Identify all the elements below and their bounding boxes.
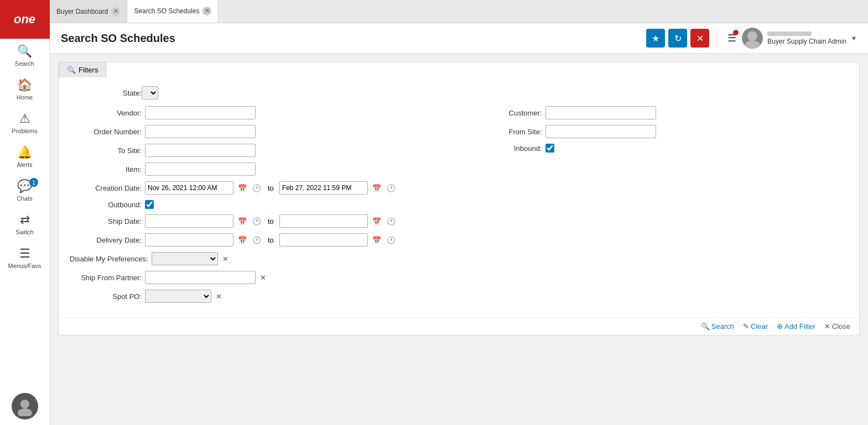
creation-date-to-time-icon[interactable]: 🕐 [386, 184, 397, 192]
add-filter-link[interactable]: ⊕ Add Filter [777, 322, 815, 330]
delivery-date-from-input[interactable] [145, 233, 233, 246]
disable-prefs-clear-button[interactable]: ✕ [221, 255, 230, 263]
add-filter-icon: ⊕ [777, 322, 783, 330]
filters-tab[interactable]: 🔍 Filters [59, 62, 106, 77]
order-number-input[interactable] [145, 125, 256, 138]
sidebar-item-switch[interactable]: ⇄ Switch [0, 207, 49, 241]
home-icon: 🏠 [17, 78, 32, 92]
sidebar-label-menus: Menus/Favs [8, 263, 41, 269]
creation-date-to-label: to [268, 184, 274, 192]
delivery-date-to-calendar-icon[interactable]: 📅 [371, 236, 382, 244]
tab-buyer-dashboard-label: Buyer Dashboard [56, 8, 108, 15]
ship-date-from-input[interactable] [145, 214, 233, 228]
to-site-input[interactable] [145, 144, 256, 157]
to-site-row: To Site: [70, 144, 448, 157]
sidebar-item-alerts[interactable]: 🔔 Alerts [0, 140, 49, 174]
header-actions: ★ ↻ ✕ ☰ Buyer Supply Chain Admin ▼ [646, 28, 857, 49]
svg-point-2 [747, 31, 757, 41]
delivery-date-row: Delivery Date: 📅 🕐 to 📅 🕐 [70, 233, 448, 246]
vendor-input[interactable] [145, 106, 256, 119]
ship-from-partner-input[interactable] [145, 271, 256, 284]
ship-date-row: Ship Date: 📅 🕐 to 📅 🕐 [70, 214, 448, 228]
svg-point-3 [745, 40, 760, 49]
ship-date-to-label: to [268, 217, 274, 225]
item-input[interactable] [145, 162, 256, 176]
sidebar-item-home[interactable]: 🏠 Home [0, 72, 49, 106]
tab-search-so-schedules[interactable]: Search SO Schedules ✕ [127, 0, 219, 23]
tab-search-so-schedules-label: Search SO Schedules [134, 7, 199, 15]
disable-prefs-select[interactable] [152, 252, 218, 265]
tab-buyer-dashboard-close[interactable]: ✕ [111, 7, 120, 16]
sidebar-item-problems[interactable]: ⚠ Problems [0, 106, 49, 140]
close-tab-button[interactable]: ✕ [690, 29, 709, 48]
creation-date-to-input[interactable] [279, 181, 368, 195]
left-column: Vendor: Order Number: To Site: I [70, 106, 448, 308]
spot-po-select[interactable] [145, 290, 211, 303]
menu-icon: ☰ [19, 246, 30, 261]
clear-link[interactable]: ✎ Clear [743, 322, 768, 330]
item-label: Item: [70, 165, 142, 174]
sidebar-item-search[interactable]: 🔍 Search [0, 39, 49, 72]
two-col-layout: Vendor: Order Number: To Site: I [70, 106, 848, 308]
outbound-label: Outbound: [70, 201, 142, 209]
from-site-label: From Site: [470, 128, 542, 136]
filters-footer: 🔍 Search ✎ Clear ⊕ Add Filter ✕ Close [59, 317, 859, 335]
search-icon: 🔍 [17, 44, 32, 59]
outbound-row: Outbound: [70, 200, 448, 209]
favorite-button[interactable]: ★ [646, 29, 665, 48]
sidebar-label-search: Search [15, 60, 34, 67]
delivery-date-to-input[interactable] [279, 233, 368, 246]
warning-icon: ⚠ [19, 112, 30, 126]
delivery-date-from-calendar-icon[interactable]: 📅 [237, 236, 248, 244]
state-select[interactable] [142, 86, 158, 99]
hamburger-menu-button[interactable]: ☰ [725, 30, 739, 46]
ship-date-to-input[interactable] [279, 214, 368, 228]
inbound-label: Inbound: [470, 144, 542, 153]
tab-bar: Buyer Dashboard ✕ Search SO Schedules ✕ [50, 0, 868, 23]
sidebar-label-switch: Switch [15, 229, 33, 235]
ship-date-to-calendar-icon[interactable]: 📅 [371, 217, 382, 225]
username-blurred [767, 32, 812, 36]
sidebar-user-avatar[interactable] [12, 393, 38, 419]
bell-icon: 🔔 [17, 145, 32, 160]
ship-from-partner-clear-button[interactable]: ✕ [259, 274, 267, 282]
creation-date-from-calendar-icon[interactable]: 📅 [237, 184, 248, 192]
customer-input[interactable] [545, 106, 656, 119]
order-number-label: Order Number: [70, 128, 142, 136]
delivery-date-to-time-icon[interactable]: 🕐 [386, 236, 397, 244]
disable-prefs-label: Disable My Preferences: [70, 255, 148, 263]
sidebar: one 🔍 Search 🏠 Home ⚠ Problems 🔔 Alerts … [0, 0, 50, 425]
user-dropdown-arrow[interactable]: ▼ [851, 35, 857, 41]
ship-date-to-time-icon[interactable]: 🕐 [386, 217, 397, 225]
from-site-input[interactable] [545, 125, 656, 138]
delivery-date-from-time-icon[interactable]: 🕐 [251, 236, 262, 244]
creation-date-from-input[interactable] [145, 181, 233, 195]
ship-date-from-calendar-icon[interactable]: 📅 [237, 217, 248, 225]
add-filter-label: Add Filter [784, 322, 815, 330]
creation-date-from-time-icon[interactable]: 🕐 [251, 184, 262, 192]
tab-buyer-dashboard[interactable]: Buyer Dashboard ✕ [50, 0, 127, 23]
ship-date-from-time-icon[interactable]: 🕐 [251, 217, 262, 225]
vendor-label: Vendor: [70, 109, 142, 117]
sidebar-item-menus[interactable]: ☰ Menus/Favs [0, 241, 49, 275]
creation-date-to-calendar-icon[interactable]: 📅 [371, 184, 382, 192]
user-section[interactable]: Buyer Supply Chain Admin ▼ [742, 28, 857, 49]
ship-from-partner-row: Ship From Partner: ✕ [70, 271, 448, 284]
ship-from-partner-label: Ship From Partner: [70, 274, 142, 282]
close-link-icon: ✕ [824, 322, 830, 330]
search-link[interactable]: 🔍 Search [701, 322, 734, 330]
refresh-button[interactable]: ↻ [668, 29, 687, 48]
vendor-row: Vendor: [70, 106, 448, 119]
spot-po-clear-button[interactable]: ✕ [215, 292, 223, 301]
filters-tab-label: Filters [79, 66, 98, 74]
close-link[interactable]: ✕ Close [824, 322, 850, 330]
customer-row: Customer: [470, 106, 849, 119]
inbound-row: Inbound: [470, 144, 849, 153]
main-area: Buyer Dashboard ✕ Search SO Schedules ✕ … [50, 0, 868, 425]
tab-search-so-schedules-close[interactable]: ✕ [202, 7, 211, 15]
state-label: State: [70, 89, 142, 97]
inbound-checkbox[interactable] [545, 144, 554, 153]
app-logo[interactable]: one [0, 0, 50, 39]
sidebar-item-chats[interactable]: 1 💬 Chats [0, 174, 49, 207]
outbound-checkbox[interactable] [145, 200, 154, 209]
